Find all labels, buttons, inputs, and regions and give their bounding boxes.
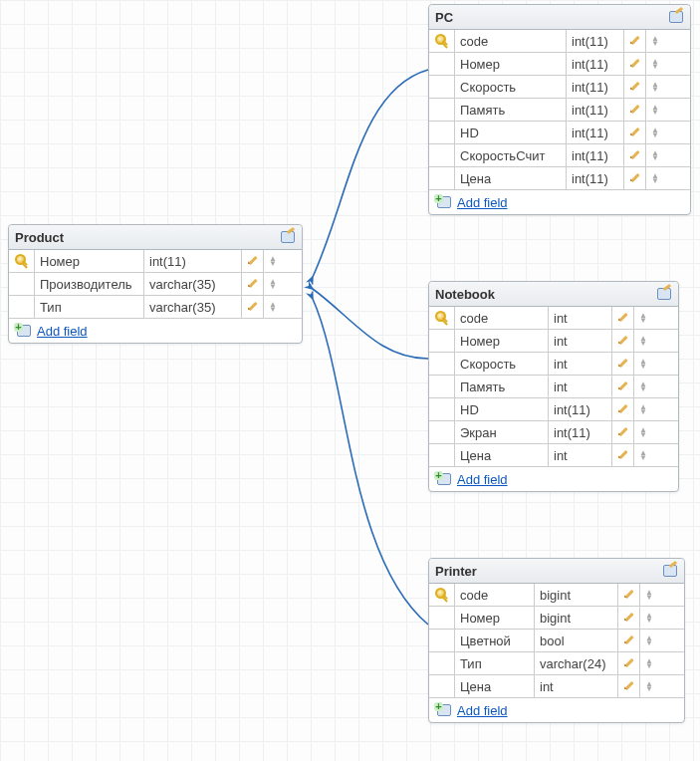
table-header[interactable]: Product	[9, 225, 302, 250]
reorder-handle[interactable]	[264, 273, 282, 295]
reorder-handle[interactable]	[646, 167, 664, 189]
add-field-link[interactable]: Add field	[37, 324, 88, 339]
table-product[interactable]: ProductНомерint(11)Производительvarchar(…	[8, 224, 303, 344]
reorder-handle[interactable]	[264, 250, 282, 272]
pencil-icon	[617, 380, 629, 392]
edit-field-button[interactable]	[612, 307, 634, 329]
reorder-handle[interactable]	[646, 30, 664, 52]
key-cell	[9, 296, 35, 318]
field-row[interactable]: Ценаint	[429, 675, 684, 698]
add-field-icon[interactable]	[15, 323, 31, 339]
field-row[interactable]: Номерint	[429, 330, 678, 353]
reorder-handle[interactable]	[640, 584, 658, 606]
reorder-handle[interactable]	[640, 607, 658, 629]
edit-field-button[interactable]	[242, 250, 264, 272]
reorder-handle[interactable]	[646, 99, 664, 121]
reorder-handle[interactable]	[640, 675, 658, 697]
pencil-icon	[623, 589, 635, 601]
edit-field-button[interactable]	[618, 584, 640, 606]
table-header[interactable]: Printer	[429, 559, 684, 584]
reorder-handle[interactable]	[646, 76, 664, 98]
edit-field-button[interactable]	[624, 144, 646, 166]
reorder-handle[interactable]	[646, 53, 664, 75]
reorder-handle[interactable]	[634, 421, 652, 443]
field-row[interactable]: СкоростьСчитint(11)	[429, 144, 690, 167]
edit-table-icon[interactable]	[662, 563, 678, 579]
field-row[interactable]: Цветнойbool	[429, 630, 684, 652]
table-notebook[interactable]: NotebookcodeintНомерintСкоростьintПамять…	[428, 281, 679, 492]
field-row[interactable]: Скоростьint	[429, 353, 678, 376]
pencil-icon	[629, 35, 641, 47]
field-row[interactable]: Памятьint	[429, 376, 678, 398]
field-row[interactable]: codeint	[429, 307, 678, 330]
add-field-link[interactable]: Add field	[457, 472, 508, 487]
reorder-handle[interactable]	[646, 144, 664, 166]
pencil-icon	[623, 612, 635, 624]
edit-field-button[interactable]	[612, 330, 634, 352]
edit-field-button[interactable]	[612, 444, 634, 466]
add-field-icon[interactable]	[435, 702, 451, 718]
table-title: Notebook	[435, 287, 656, 302]
edit-field-button[interactable]	[618, 630, 640, 651]
field-row[interactable]: Памятьint(11)	[429, 99, 690, 122]
edit-field-button[interactable]	[612, 376, 634, 397]
edit-table-icon[interactable]	[656, 286, 672, 302]
edit-field-button[interactable]	[242, 296, 264, 318]
field-row[interactable]: Производительvarchar(35)	[9, 273, 302, 296]
edit-field-button[interactable]	[618, 675, 640, 697]
field-row[interactable]: Номерbigint	[429, 607, 684, 630]
field-row[interactable]: HDint(11)	[429, 122, 690, 144]
add-field-icon[interactable]	[435, 194, 451, 210]
edit-field-button[interactable]	[612, 398, 634, 420]
pencil-icon	[617, 358, 629, 370]
reorder-handle[interactable]	[634, 353, 652, 375]
field-row[interactable]: Типvarchar(24)	[429, 652, 684, 675]
field-name: code	[455, 30, 567, 52]
edit-field-button[interactable]	[624, 99, 646, 121]
edit-field-button[interactable]	[612, 353, 634, 375]
reorder-handle[interactable]	[634, 330, 652, 352]
table-header[interactable]: Notebook	[429, 282, 678, 307]
edit-field-button[interactable]	[618, 607, 640, 629]
reorder-handle[interactable]	[646, 122, 664, 143]
reorder-handle[interactable]	[634, 444, 652, 466]
edit-field-button[interactable]	[624, 53, 646, 75]
reorder-handle[interactable]	[264, 296, 282, 318]
field-row[interactable]: HDint(11)	[429, 398, 678, 421]
edit-field-button[interactable]	[624, 76, 646, 98]
field-row[interactable]: Скоростьint(11)	[429, 76, 690, 99]
field-row[interactable]: Номерint(11)	[429, 53, 690, 76]
pencil-icon	[617, 426, 629, 438]
field-name: Тип	[35, 296, 144, 318]
edit-field-button[interactable]	[242, 273, 264, 295]
edit-field-button[interactable]	[618, 652, 640, 674]
field-row[interactable]: codebigint	[429, 584, 684, 607]
key-cell	[429, 330, 455, 352]
reorder-handle[interactable]	[634, 376, 652, 397]
edit-field-button[interactable]	[624, 122, 646, 143]
edit-field-button[interactable]	[624, 30, 646, 52]
edit-field-button[interactable]	[624, 167, 646, 189]
reorder-handle[interactable]	[634, 398, 652, 420]
edit-table-icon[interactable]	[280, 229, 296, 245]
move-down-icon	[651, 178, 659, 183]
edit-table-icon[interactable]	[668, 9, 684, 25]
add-field-link[interactable]: Add field	[457, 195, 508, 210]
table-printer[interactable]: PrintercodebigintНомерbigintЦветнойboolТ…	[428, 558, 685, 723]
table-pc[interactable]: PCcodeint(11)Номерint(11)Скоростьint(11)…	[428, 4, 691, 215]
field-row[interactable]: Ценаint	[429, 444, 678, 467]
table-header[interactable]: PC	[429, 5, 690, 30]
field-row[interactable]: Номерint(11)	[9, 250, 302, 273]
field-row[interactable]: codeint(11)	[429, 30, 690, 53]
edit-field-button[interactable]	[612, 421, 634, 443]
field-row[interactable]: Экранint(11)	[429, 421, 678, 444]
reorder-handle[interactable]	[634, 307, 652, 329]
field-row[interactable]: Типvarchar(35)	[9, 296, 302, 319]
arrow-pc-product	[313, 70, 428, 277]
add-field-link[interactable]: Add field	[457, 703, 508, 718]
add-field-icon[interactable]	[435, 471, 451, 487]
field-name: Память	[455, 376, 549, 397]
reorder-handle[interactable]	[640, 652, 658, 674]
reorder-handle[interactable]	[640, 630, 658, 651]
field-row[interactable]: Ценаint(11)	[429, 167, 690, 190]
